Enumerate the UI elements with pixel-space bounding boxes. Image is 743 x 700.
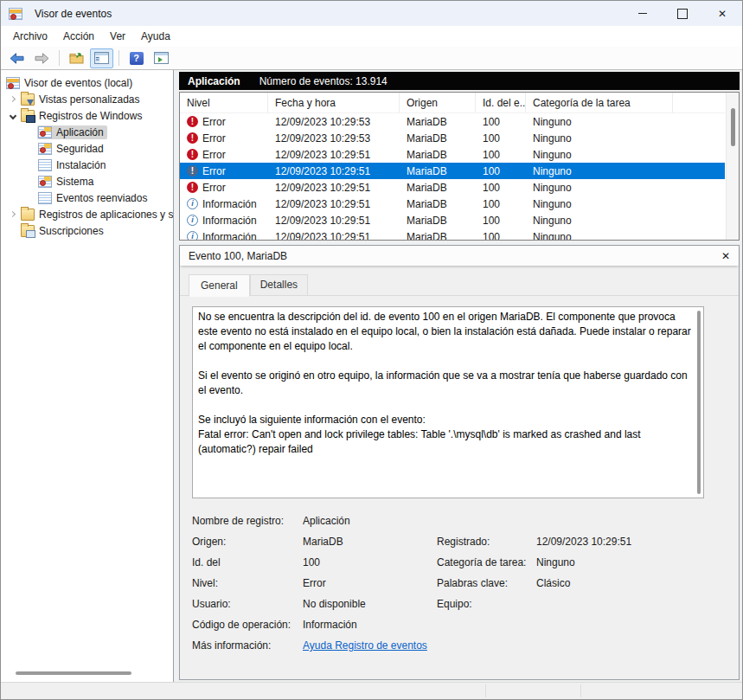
detail-close-icon[interactable] [721, 250, 730, 262]
level-cell: Error [180, 165, 268, 177]
table-row[interactable]: Error12/09/2023 10:29:53MariaDB100Ningun… [180, 113, 725, 130]
vertical-scrollbar-thumb[interactable] [731, 108, 735, 146]
folder-monitor-icon [21, 110, 35, 122]
folder-filter-icon [21, 93, 35, 106]
table-row[interactable]: Información12/09/2023 10:29:51MariaDB100… [180, 212, 725, 228]
datetime-cell: 12/09/2023 10:29:51 [268, 215, 400, 227]
level-cell: Error [180, 116, 268, 128]
sidebar-item-suscripciones[interactable]: Suscripciones [1, 222, 173, 239]
statusbar-separator [580, 684, 581, 697]
maximize-icon[interactable] [663, 1, 702, 26]
column-header-categoria-de-la-tarea[interactable]: Categoría de la tarea [526, 93, 673, 112]
show-console-tree-icon[interactable] [90, 48, 113, 68]
sidebar-item-instalacion[interactable]: Instalación [1, 157, 173, 173]
table-header-row: NivelFecha y horaOrigenId. del e...Categ… [180, 93, 725, 113]
menu-ayuda[interactable]: Ayuda [133, 28, 178, 45]
help-glyph [130, 52, 144, 65]
level-cell: Error [180, 149, 268, 161]
field-label [437, 614, 536, 635]
tab-detalles[interactable]: Detalles [250, 274, 308, 296]
column-header-nivel[interactable]: Nivel [180, 93, 268, 112]
description-scrollbar-thumb[interactable] [697, 311, 701, 494]
column-header-fecha-y-hora[interactable]: Fecha y hora [268, 93, 400, 112]
column-header-id-del-e[interactable]: Id. del e... [476, 93, 526, 112]
description-line [198, 398, 691, 413]
log-plain-icon [38, 159, 52, 171]
tab-general[interactable]: General [189, 274, 250, 297]
window-controls [623, 1, 742, 26]
source-cell: MariaDB [400, 198, 476, 210]
error-icon [187, 132, 198, 144]
field-label [437, 635, 536, 656]
event-log-help-link[interactable]: Ayuda Registro de eventos [303, 639, 427, 652]
statusbar [1, 682, 742, 699]
menu-archivo[interactable]: Archivo [5, 28, 55, 45]
sidebar-item-registros-de-aplicaciones-y-s[interactable]: Registros de aplicaciones y s [1, 206, 173, 222]
table-row[interactable]: Información12/09/2023 10:29:51MariaDB100… [180, 228, 725, 241]
level-text: Información [202, 198, 257, 210]
horizontal-scrollbar-thumb[interactable] [16, 671, 131, 675]
field-value: Ninguno [536, 552, 704, 573]
error-icon [187, 182, 198, 193]
event-viewer-window: Visor de eventos ArchivoAcciónVerAyuda [0, 0, 743, 700]
export-folder-icon[interactable] [65, 48, 88, 68]
collapsed-chevron-icon[interactable] [5, 92, 20, 106]
sidebar-item-aplicacion[interactable]: Aplicación [1, 124, 173, 140]
sidebar-item-seguridad[interactable]: Seguridad [1, 140, 173, 157]
titlebar: Visor de eventos [1, 1, 742, 26]
forward-icon[interactable] [30, 48, 54, 68]
collapsed-chevron-icon[interactable] [5, 207, 20, 222]
sidebar-item-registros-de-windows[interactable]: Registros de Windows [1, 107, 173, 124]
menu-ver[interactable]: Ver [102, 28, 133, 45]
category-cell: Ninguno [526, 165, 673, 177]
description-line [198, 486, 691, 498]
minimize-icon[interactable] [623, 1, 663, 26]
folder-sub-icon [21, 225, 35, 237]
field-value [536, 635, 704, 656]
event-id-cell: 100 [476, 215, 526, 227]
back-icon[interactable] [5, 48, 29, 68]
field-label: Id. del [192, 552, 303, 573]
table-row[interactable]: Error12/09/2023 10:29:51MariaDB100Ningun… [180, 146, 725, 163]
expanded-chevron-icon[interactable] [5, 108, 20, 123]
sidebar-item-label: Instalación [56, 159, 106, 171]
source-cell: MariaDB [400, 116, 476, 128]
field-value: No disponible [303, 594, 437, 614]
source-cell: MariaDB [400, 231, 476, 241]
help-icon[interactable] [125, 48, 148, 68]
detail-title: Evento 100, MariaDB [189, 250, 287, 262]
category-cell: Ninguno [526, 149, 673, 161]
sidebar-item-sistema[interactable]: Sistema [1, 173, 173, 189]
error-icon [187, 116, 198, 127]
tree-item-content: Registros de Windows [20, 109, 145, 123]
close-icon[interactable] [702, 1, 742, 26]
sidebar-item-vistas-personalizadas[interactable]: Vistas personalizadas [1, 91, 173, 107]
sidebar-item-label: Sistema [56, 176, 93, 188]
info-icon [187, 215, 198, 226]
level-cell: Información [180, 231, 268, 241]
field-label: Nivel: [192, 573, 303, 594]
category-cell: Ninguno [526, 215, 673, 227]
column-header-origen[interactable]: Origen [400, 93, 476, 112]
description-line: Se incluyó la siguiente información con … [198, 413, 691, 427]
log-event-icon [38, 143, 52, 155]
level-text: Error [202, 149, 226, 161]
sidebar-item-visor-de-eventos-local[interactable]: Visor de eventos (local) [1, 74, 173, 91]
menu-accion[interactable]: Acción [55, 28, 102, 45]
tree-item-content: Instalación [37, 158, 109, 172]
sidebar-item-eventos-reenviados[interactable]: Eventos reenviados [1, 189, 173, 206]
table-row[interactable]: Error12/09/2023 10:29:51MariaDB100Ningun… [180, 179, 725, 196]
level-text: Error [202, 116, 226, 128]
table-row[interactable]: Error12/09/2023 10:29:51MariaDB100Ningun… [180, 163, 725, 179]
tree-item-content: Visor de eventos (local) [5, 76, 136, 90]
vertical-scrollbar[interactable] [726, 93, 739, 240]
table-row[interactable]: Información12/09/2023 10:29:51MariaDB100… [180, 196, 725, 212]
datetime-cell: 12/09/2023 10:29:53 [268, 132, 400, 144]
description-line: No se encuentra la descripción del id. d… [198, 310, 691, 354]
console-tree: Visor de eventos (local)Vistas personali… [1, 70, 174, 682]
show-action-pane-icon[interactable] [150, 48, 173, 68]
field-label: Equipo: [437, 594, 536, 614]
table-row[interactable]: Error12/09/2023 10:29:53MariaDB100Ningun… [180, 130, 725, 146]
field-label: Código de operación: [192, 614, 303, 635]
field-value: 100 [303, 552, 437, 573]
